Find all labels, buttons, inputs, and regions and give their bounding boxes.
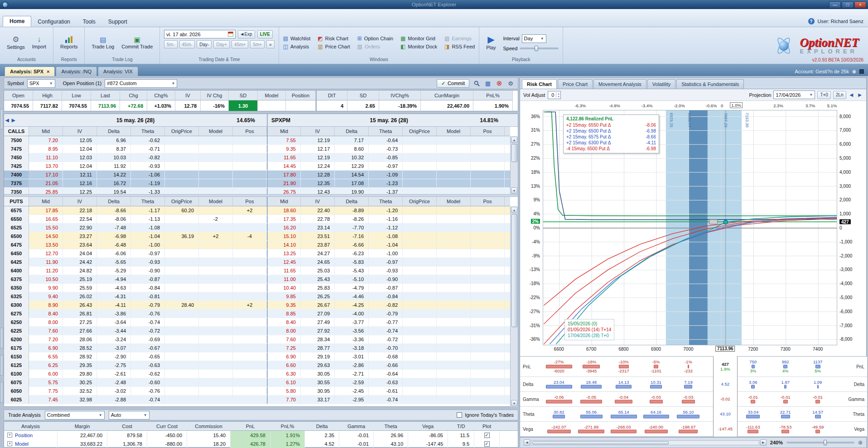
chain-row-6125[interactable]: 61256.2529.35-2.75-0.636.6029.63-2.86-0.… [4,361,510,370]
vol-adjust-spinner[interactable]: 0 ▲▼ [548,91,561,99]
menu-tab-home[interactable]: Home [3,16,31,27]
menu-tab-support[interactable]: Support [102,17,134,27]
chain-row-6475[interactable]: 647513.5023.64-6.48-1.0014.1023.87-6.66-… [4,241,510,249]
prev-expiry-icon[interactable]: ◀ [4,118,10,123]
chain-row-6325[interactable]: 63259.4026.02-4.31-0.819.8526.25-4.46-0.… [4,292,510,301]
trade-row-model[interactable]: +Model33,683.221,306.78-880.0018.20426.7… [4,439,518,448]
dock-tab[interactable] [0,109,3,129]
ribbon-window-analysis[interactable]: ◫Analysis [283,44,311,49]
plot-checkbox[interactable]: ✓ [484,433,490,438]
tab-close-icon[interactable]: × [47,69,49,74]
scroll-thumb[interactable] [511,144,517,162]
t0-button[interactable]: T+0 [817,91,831,99]
puts-scrollbar[interactable]: ▲ ▼ [510,206,518,407]
scroll-down-icon[interactable]: ▼ [511,400,517,406]
chain-row-7425[interactable]: 742513.7012.0411.92-0.9314.4512.2412.29-… [4,162,510,171]
dock-tab[interactable] [0,355,3,376]
zoom-slider[interactable] [786,442,854,443]
plot-checkbox[interactable]: ✓ [484,441,490,447]
risk-tab-volatility[interactable]: Volatility [647,79,675,89]
symbol-select[interactable]: SPX ▼ [27,79,55,88]
spin-down-icon[interactable]: ▼ [557,95,559,98]
maximize-button[interactable]: □ [842,1,854,8]
chain-row-6075[interactable]: 60755.7530.25-2.48-0.606.1030.55-2.59-0.… [4,378,510,387]
ignore-trades-checkbox[interactable] [457,412,462,418]
chain-row-6525[interactable]: 652515.5022.90-7.48-1.0816.2023.14-7.70-… [4,224,510,232]
chain-row-6050[interactable]: 60507.7532.52-3.02-0.765.8030.95-2.45-0.… [4,387,510,396]
expand-icon[interactable]: + [7,441,12,446]
search-icon[interactable] [473,79,481,87]
horizontal-scrollbar[interactable]: ◀ ▶ [524,439,767,446]
option-chain-grid-icon[interactable]: ▦ [484,79,492,87]
expand-icon[interactable]: + [7,433,12,438]
chain-row-6250[interactable]: 62508.0027.25-3.64-0.748.4027.49-3.77-0.… [4,318,510,327]
ribbon-window-price-chart[interactable]: ▥Price Chart [318,44,350,49]
dock-tab[interactable] [0,382,3,403]
scroll-right-icon[interactable]: ▶ [760,439,767,446]
doc-tab-analysis-spx[interactable]: Analysis: SPX× [5,67,55,76]
vol-scale-input[interactable]: 1.0% [730,102,743,108]
chain-row-6575[interactable]: 657517.8522.18-8.66-1.1760.20+218.6022.4… [4,206,510,215]
risk-tab-movement-analysis[interactable]: Movement Analysis [593,79,646,89]
ribbon-window-rss-feed[interactable]: ◨RSS Feed [444,44,475,49]
chain-row-7350[interactable]: 735025.8512.2519.54-1.3326.7512.4319.90-… [4,188,510,194]
panel-toggle-icon[interactable] [859,69,864,74]
date-input[interactable]: vi. 17 abr. 2026 [164,30,236,38]
trade-log-button[interactable]: ▤ Trade Log [89,35,117,50]
commit-button[interactable]: ✓ Commit [437,79,469,88]
scroll-up-icon[interactable]: ▲ [511,207,517,213]
chain-row-7400[interactable]: 740017.1012.1114.22-1.0617.8012.2814.54-… [4,171,510,179]
zoom-in-icon[interactable]: ⊕ [858,439,863,446]
chain-row-6400[interactable]: 640011.2024.82-5.29-0.9011.6525.03-5.43-… [4,267,510,275]
live-button[interactable]: LIVE [257,30,273,38]
chain-row-6200[interactable]: 62007.2028.06-3.24-0.697.6028.34-3.36-0.… [4,335,510,344]
interval-select[interactable]: Day ▼ [522,34,546,43]
minimize-button[interactable]: — [829,1,841,8]
step-button-day[interactable]: Day- [197,40,212,48]
reports-button[interactable]: Reports [58,35,81,50]
help-icon[interactable]: ? [808,18,815,24]
close-position-icon[interactable]: ⊗ [495,79,503,87]
chain-row-7500[interactable]: 75007.2012.056.96-0.627.5512.197.17-0.64 [4,136,510,145]
ribbon-window-monitor-dock[interactable]: ◧Monitor Dock [400,44,437,49]
speed-slider-thumb[interactable] [535,46,538,51]
step-button-day[interactable]: Day+ [213,40,230,48]
strategy-select[interactable]: #872 Custom ▼ [105,79,177,88]
ribbon-window-monitor-grid[interactable]: ▦Monitor Grid [400,36,437,41]
pan-left-icon[interactable]: ◀ [849,92,855,97]
chain-row-6225[interactable]: 62257.6027.66-3.44-0.728.0027.92-3.56-0.… [4,327,510,335]
scroll-up-icon[interactable]: ▲ [511,137,517,143]
ribbon-window-risk-chart[interactable]: ◩Risk Chart [318,36,350,41]
dock-tab[interactable] [0,328,3,348]
chain-row-7475[interactable]: 74758.9512.048.37-0.719.3512.178.60-0.73 [4,145,510,153]
chain-row-6500[interactable]: 650014.5023.27-6.98-1.0436.19+2-415.1023… [4,232,510,241]
chain-row-6100[interactable]: 61006.0029.80-2.61-0.626.3030.05-2.71-0.… [4,370,510,378]
scroll-thumb[interactable] [511,214,517,327]
combined-select[interactable]: Combined ▼ [45,411,105,419]
step-button-45m[interactable]: 45m- [179,40,195,48]
chain-row-6550[interactable]: 655016.6522.54-8.06-1.13-217.3522.78-8.2… [4,215,510,224]
step-button-5m[interactable]: 5m- [164,40,177,48]
step-button-5m[interactable]: 5m+ [250,40,265,48]
chain-row-6375[interactable]: 637510.5025.19-4.94-0.8711.0025.43-5.10-… [4,275,510,284]
exp-button[interactable]: ◀ Exp [238,30,255,38]
chain-row-6175[interactable]: 61756.9028.52-3.07-0.677.2528.77-3.18-0.… [4,344,510,353]
projection-date-select[interactable]: 17/04/2026 ▼ [773,91,815,99]
close-button[interactable]: × [854,1,866,8]
menu-tab-configuration[interactable]: Configuration [31,17,76,27]
two-lines-button[interactable]: 2Ln [833,91,846,99]
zoom-slider-thumb[interactable] [824,440,827,445]
settings-button[interactable]: ⚙ Settings [4,35,28,51]
ribbon-window-option-chain[interactable]: ⊞Option Chain [357,36,393,41]
chain-row-6025[interactable]: 60257.4532.98-2.88-0.747.7033.17-2.95-0.… [4,396,510,404]
menu-tab-tools[interactable]: Tools [77,17,102,27]
chain-row-7375[interactable]: 737521.0512.1616.72-1.1921.9012.3517.08-… [4,179,510,188]
risk-tab-statistics-fundamentals[interactable]: Statistics & Fundamentals [676,79,744,89]
scroll-left-icon[interactable]: ◀ [524,439,530,446]
calls-scrollbar[interactable]: ▲ ▼ [510,136,518,194]
speed-slider[interactable] [520,48,559,49]
gear-icon[interactable]: ⚙ [506,79,515,87]
doc-tab-analysis-vix[interactable]: Analysis: VIX [98,67,138,76]
next-expiry-icon[interactable]: ▶ [10,118,17,123]
risk-tab-risk-chart[interactable]: Risk Chart [522,79,557,89]
